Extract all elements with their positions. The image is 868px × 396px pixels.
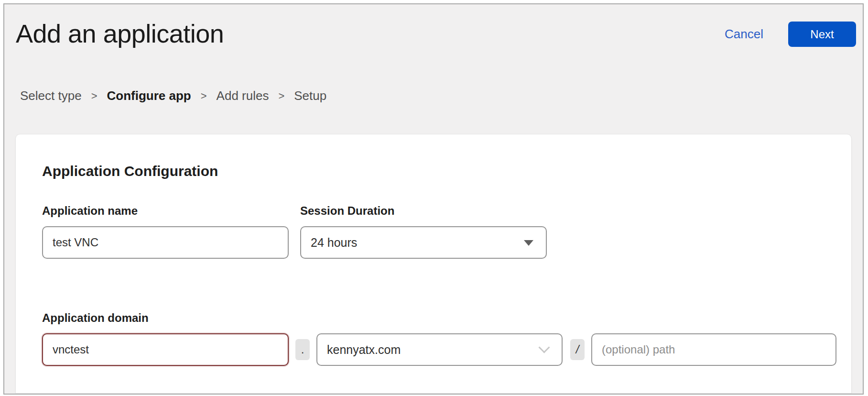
breadcrumb-step-add-rules[interactable]: Add rules [217,88,269,103]
domain-value: kennyatx.com [327,343,401,357]
application-name-field: Application name [42,204,289,259]
breadcrumb-separator: > [278,90,284,102]
header-actions: Cancel Next [725,22,856,47]
session-duration-label: Session Duration [300,204,547,218]
chevron-down-icon [538,342,550,353]
section-title: Application Configuration [42,163,851,179]
domain-select[interactable]: kennyatx.com [316,333,563,366]
session-duration-field: Session Duration 24 hours [300,204,547,259]
session-duration-value: 24 hours [311,236,357,250]
subdomain-input[interactable] [42,333,289,366]
session-duration-select[interactable]: 24 hours [300,226,547,259]
breadcrumb-separator: > [201,90,207,102]
dot-separator: . [295,339,310,360]
slash-separator: / [570,339,585,360]
cancel-button[interactable]: Cancel [725,27,763,42]
application-name-label: Application name [42,204,289,218]
next-button[interactable]: Next [788,22,856,47]
application-domain-row: . kennyatx.com / [42,333,851,366]
breadcrumb-step-configure-app[interactable]: Configure app [107,88,191,103]
breadcrumb: Select type > Configure app > Add rules … [4,88,863,103]
page-header: Add an application Cancel Next [4,4,863,48]
application-domain-section: Application domain . kennyatx.com / [42,311,851,366]
path-input[interactable] [591,333,836,366]
configuration-card: Application Configuration Application na… [15,134,852,394]
breadcrumb-step-select-type[interactable]: Select type [20,88,82,103]
application-name-input[interactable] [42,226,289,259]
application-domain-label: Application domain [42,311,851,325]
app-window: Add an application Cancel Next Select ty… [3,3,864,395]
breadcrumb-separator: > [91,90,98,102]
name-duration-row: Application name Session Duration 24 hou… [42,204,851,259]
breadcrumb-step-setup[interactable]: Setup [294,88,326,103]
triangle-down-icon [524,240,533,246]
